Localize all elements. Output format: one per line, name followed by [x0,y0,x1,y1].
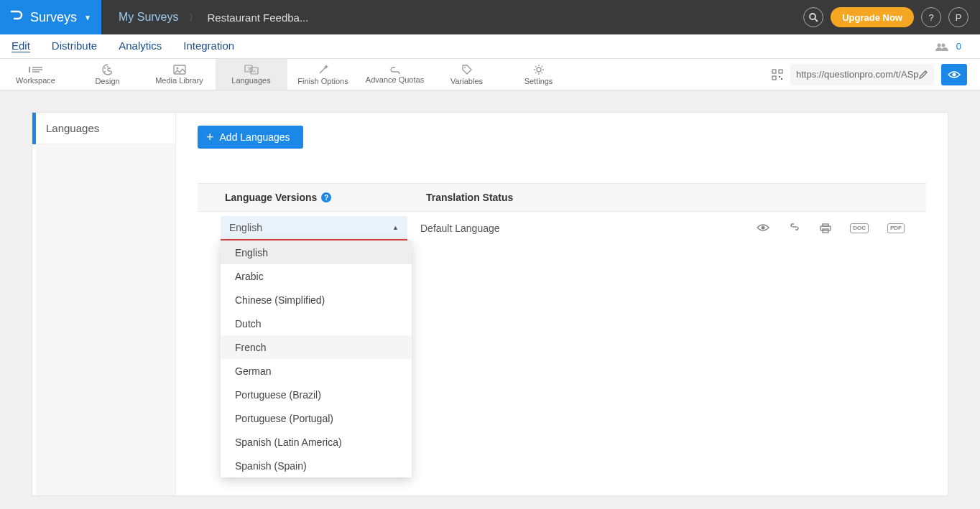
collab-count: 0 [956,41,961,52]
chevron-down-icon: ▼ [84,14,91,22]
svg-point-26 [762,226,765,230]
svg-point-2 [937,43,940,47]
help-icon[interactable]: ? [321,192,331,202]
svg-point-8 [104,67,106,69]
translate-icon: 文A [244,65,259,75]
search-button[interactable] [803,7,823,27]
plus-icon: + [206,130,214,145]
svg-text:A: A [253,69,256,73]
option-arabic[interactable]: Arabic [221,264,412,288]
tool-label: Settings [524,77,553,85]
language-dropdown-list[interactable]: English Arabic Chinese (Simplified) Dutc… [221,241,412,477]
side-tab: Languages [36,113,176,495]
nav-analytics[interactable]: Analytics [119,39,162,53]
svg-point-3 [941,43,945,47]
preview-button[interactable] [941,64,967,85]
svg-point-25 [953,73,956,76]
brand-section[interactable]: Surveys ▼ [0,0,101,34]
logo-icon [10,10,23,24]
language-row: English ▲ English Arabic Chinese (Simpli… [198,212,926,245]
table-header: Language Versions ? Translation Status [198,183,926,212]
tool-label: Media Library [155,76,203,85]
option-spanish-spain[interactable]: Spanish (Spain) [221,454,412,477]
selected-language: English [229,222,262,233]
avatar-button[interactable]: P [948,7,969,27]
top-header: Surveys ▼ My Surveys 〉 Restaurant Feedba… [0,0,980,34]
survey-title[interactable]: Restaurant Feedba... [208,11,309,24]
svg-rect-21 [779,70,782,73]
doc-export[interactable]: DOC [850,223,869,233]
image-icon [173,65,186,75]
option-portuguese-portugal[interactable]: Portuguese (Portugal) [221,406,412,430]
nav-edit[interactable]: Edit [11,39,30,53]
add-languages-button[interactable]: + Add Languages [198,126,303,149]
svg-point-19 [537,67,541,72]
link-icon[interactable] [788,223,801,233]
breadcrumb-link[interactable]: My Surveys [119,11,179,24]
upgrade-button[interactable]: Upgrade Now [831,7,914,27]
caret-up-icon: ▲ [392,224,399,231]
option-spanish-latam[interactable]: Spanish (Latin America) [221,430,412,454]
link-icon [389,65,402,74]
print-icon[interactable] [820,223,831,233]
svg-line-1 [815,19,818,22]
option-dutch[interactable]: Dutch [221,312,412,335]
language-select[interactable]: English ▲ [221,216,407,241]
language-select-wrap: English ▲ English Arabic Chinese (Simpli… [221,216,407,241]
toolbar: Workspace Design Media Library 文A Langua… [0,59,980,90]
tool-label: Advance Quotas [366,75,424,84]
tool-languages[interactable]: 文A Languages [216,59,287,90]
collaborators[interactable]: 0 [935,41,980,52]
main-area: + Add Languages Language Versions ? Tran… [176,113,948,495]
add-btn-label: Add Languages [220,131,290,143]
avatar-letter: P [956,12,962,23]
svg-point-12 [176,67,178,69]
tool-label: Languages [231,76,270,85]
survey-url: https://questionpro.com/t/ASp [796,69,918,80]
language-dropdown: English Arabic Chinese (Simplified) Dutc… [221,241,412,477]
gear-icon [533,64,545,75]
status-text: Default Language [407,223,757,234]
workspace-icon [28,65,44,75]
tool-design[interactable]: Design [72,59,144,90]
tool-quotas[interactable]: Advance Quotas [359,59,431,90]
th-translation-status: Translation Status [426,192,926,203]
wand-icon [318,64,329,75]
option-chinese-simplified[interactable]: Chinese (Simplified) [221,288,412,312]
tool-label: Design [95,77,119,85]
option-german[interactable]: German [221,359,412,383]
people-icon [935,42,949,51]
eye-icon [948,70,961,79]
survey-url-box[interactable]: https://questionpro.com/t/ASp [790,64,934,85]
tool-variables[interactable]: Variables [431,59,503,90]
toolbar-right: https://questionpro.com/t/ASp [772,59,980,90]
tool-media[interactable]: Media Library [144,59,216,90]
tool-settings[interactable]: Settings [503,59,575,90]
tool-workspace[interactable]: Workspace [0,59,72,90]
preview-icon[interactable] [757,223,769,233]
svg-point-10 [104,71,106,73]
chevron-right-icon: 〉 [189,11,198,24]
qr-icon[interactable] [772,69,783,80]
tool-finish[interactable]: Finish Options [287,59,359,90]
svg-rect-28 [820,226,831,230]
panel: Languages + Add Languages Language Versi… [32,112,948,496]
nav-distribute[interactable]: Distribute [52,39,97,53]
row-actions: DOC PDF [757,223,926,233]
svg-point-9 [107,66,108,67]
product-name: Surveys [30,10,77,25]
help-button[interactable]: ? [921,7,941,27]
tool-label: Workspace [16,76,55,85]
option-english[interactable]: English [221,241,412,264]
th-language-versions: Language Versions ? [225,192,426,203]
tag-icon [461,64,473,75]
main-nav: Edit Distribute Analytics Integration 0 [0,34,980,59]
palette-icon [101,64,114,75]
svg-point-18 [464,67,466,68]
pencil-icon[interactable] [918,70,928,80]
option-portuguese-brazil[interactable]: Portuguese (Brazil) [221,383,412,406]
option-french[interactable]: French [221,335,412,359]
nav-integration[interactable]: Integration [183,39,234,53]
side-tab-languages[interactable]: Languages [36,113,175,144]
pdf-export[interactable]: PDF [887,223,905,233]
